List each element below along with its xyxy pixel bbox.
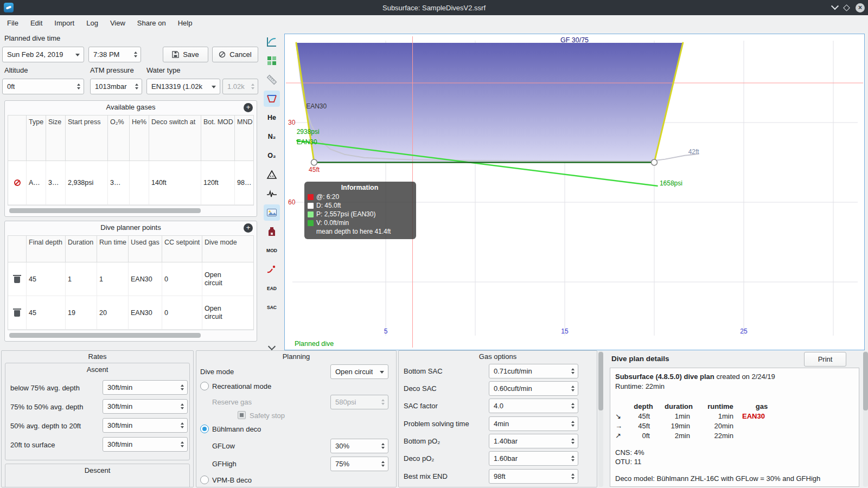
col-used-gas[interactable]: Used gas: [129, 236, 162, 262]
maximize-icon[interactable]: [843, 4, 850, 11]
water-type-combobox[interactable]: EN13319 (1.02k: [146, 79, 220, 94]
ead-toggle[interactable]: EAD: [264, 280, 280, 297]
table-cell[interactable]: A…: [27, 161, 46, 206]
table-cell[interactable]: 140ft: [149, 161, 201, 206]
table-cell[interactable]: 3…: [108, 161, 130, 206]
date-combobox[interactable]: Sun Feb 24, 2019: [2, 47, 84, 62]
time-spinner[interactable]: 7:38 PM: [88, 47, 141, 62]
close-icon[interactable]: ×: [856, 3, 865, 12]
col-cc-setpoint[interactable]: CC setpoint: [162, 236, 202, 262]
vpmb-label[interactable]: VPM-B deco: [212, 476, 252, 484]
col-dive-mode[interactable]: Dive mode: [202, 236, 254, 262]
vpmb-radio[interactable]: [200, 476, 209, 484]
bottom-vscrollbar[interactable]: [598, 351, 603, 487]
col-type[interactable]: Type: [27, 115, 46, 161]
safety-stop-checkbox: [238, 411, 246, 419]
table-cell[interactable]: 45: [27, 296, 66, 330]
heartrate-toggle-icon[interactable]: [264, 185, 280, 202]
menu-import[interactable]: Import: [48, 15, 80, 31]
rate-spinner[interactable]: 30ft/min: [103, 418, 188, 433]
dive-mode-combobox[interactable]: Open circuit: [330, 364, 388, 379]
table-cell[interactable]: 98…: [235, 161, 254, 206]
col-bot-mod[interactable]: Bot. MOD: [201, 115, 235, 161]
option-spinner[interactable]: 1.40bar: [489, 434, 578, 448]
col-o2[interactable]: O₂%: [108, 115, 130, 161]
table-cell[interactable]: 0: [162, 296, 202, 330]
option-spinner[interactable]: 0.60cuft/min: [489, 381, 578, 396]
col-deco-switch[interactable]: Deco switch at: [149, 115, 201, 161]
table-cell[interactable]: [130, 161, 149, 206]
table-cell[interactable]: 120ft: [201, 161, 235, 206]
menu-view[interactable]: View: [104, 15, 131, 31]
menu-share-on[interactable]: Share on: [131, 15, 172, 31]
grid-icon[interactable]: [264, 53, 280, 69]
recreational-radio[interactable]: [200, 382, 209, 390]
menu-file[interactable]: File: [1, 15, 24, 31]
col-run-time[interactable]: Run time: [97, 236, 129, 262]
table-cell[interactable]: EAN30: [129, 262, 162, 296]
oxygen-toggle[interactable]: O₂: [264, 147, 280, 164]
altitude-spinner[interactable]: 0ft: [2, 79, 84, 94]
col-final-depth[interactable]: Final depth: [27, 236, 66, 262]
gfhigh-spinner[interactable]: 75%: [330, 457, 388, 471]
option-spinner[interactable]: 0.71cuft/min: [489, 364, 578, 378]
col-start-press[interactable]: Start press: [66, 115, 108, 161]
table-cell[interactable]: 45: [27, 262, 66, 296]
ceiling-toggle-icon[interactable]: [264, 166, 280, 183]
menu-edit[interactable]: Edit: [24, 15, 48, 31]
buhlmann-label[interactable]: Bühlmann deco: [212, 425, 261, 433]
toolbar-scroll-down-icon[interactable]: [268, 343, 276, 350]
recreational-label[interactable]: Recreational mode: [212, 382, 271, 390]
ruler-icon[interactable]: [264, 72, 280, 88]
option-spinner[interactable]: 4.0: [489, 399, 578, 413]
option-spinner[interactable]: 4min: [489, 416, 578, 431]
details-vscrollbar[interactable]: [863, 351, 868, 487]
table-cell[interactable]: 20: [97, 296, 129, 330]
table-cell[interactable]: EAN30: [129, 296, 162, 330]
add-gas-button[interactable]: +: [244, 103, 253, 112]
remove-gas-icon[interactable]: [8, 161, 27, 206]
gases-hscrollbar[interactable]: [8, 208, 253, 213]
cancel-button[interactable]: Cancel: [212, 47, 258, 62]
ink-icon[interactable]: [264, 223, 280, 240]
table-cell[interactable]: Open circuit: [202, 262, 254, 296]
table-cell[interactable]: Open circuit: [202, 296, 254, 330]
table-cell[interactable]: 0: [162, 262, 202, 296]
sac-toggle[interactable]: SAC: [264, 299, 280, 316]
print-button[interactable]: Print: [804, 352, 846, 367]
points-hscrollbar[interactable]: [8, 333, 253, 338]
rate-spinner[interactable]: 30ft/min: [103, 437, 188, 452]
rate-spinner[interactable]: 30ft/min: [103, 399, 188, 414]
zoom-graph-icon[interactable]: [264, 34, 280, 50]
table-cell[interactable]: 1: [97, 262, 129, 296]
dive-profile-chart[interactable]: EAN302938psiEAN3045ft1658psi42ft30605152…: [284, 34, 865, 350]
add-point-button[interactable]: +: [244, 223, 253, 233]
buhlmann-radio[interactable]: [200, 425, 209, 433]
mod-toggle[interactable]: MOD: [264, 242, 280, 259]
rate-spinner[interactable]: 30ft/min: [103, 380, 188, 395]
menu-help[interactable]: Help: [172, 15, 199, 31]
minimize-icon[interactable]: [831, 2, 839, 10]
table-cell[interactable]: 3…: [46, 161, 66, 206]
helium-toggle[interactable]: He: [264, 110, 280, 126]
col-size[interactable]: Size: [46, 115, 66, 161]
save-button[interactable]: Save: [163, 47, 208, 62]
table-cell[interactable]: 2,938psi: [66, 161, 108, 206]
delete-point-icon[interactable]: [8, 296, 27, 330]
dive-plan-text-box: Subsurface (4.8.5.0) dive plan created o…: [610, 368, 859, 487]
photos-toggle-icon[interactable]: [264, 204, 280, 221]
option-spinner[interactable]: 98ft: [489, 469, 578, 484]
menu-log[interactable]: Log: [80, 15, 104, 31]
gflow-spinner[interactable]: 30%: [330, 439, 388, 453]
table-cell[interactable]: 19: [66, 296, 97, 330]
delete-point-icon[interactable]: [8, 262, 27, 296]
nitrogen-toggle[interactable]: N₂: [264, 129, 280, 145]
col-mnd[interactable]: MND: [235, 115, 254, 161]
col-duration[interactable]: Duration: [66, 236, 97, 262]
table-cell[interactable]: 1: [66, 262, 97, 296]
atm-pressure-spinner[interactable]: 1013mbar: [90, 79, 142, 94]
profile-settings-icon[interactable]: [264, 91, 280, 107]
diver-icon[interactable]: [264, 261, 280, 278]
option-spinner[interactable]: 1.60bar: [489, 451, 578, 466]
col-he[interactable]: He%: [130, 115, 149, 161]
